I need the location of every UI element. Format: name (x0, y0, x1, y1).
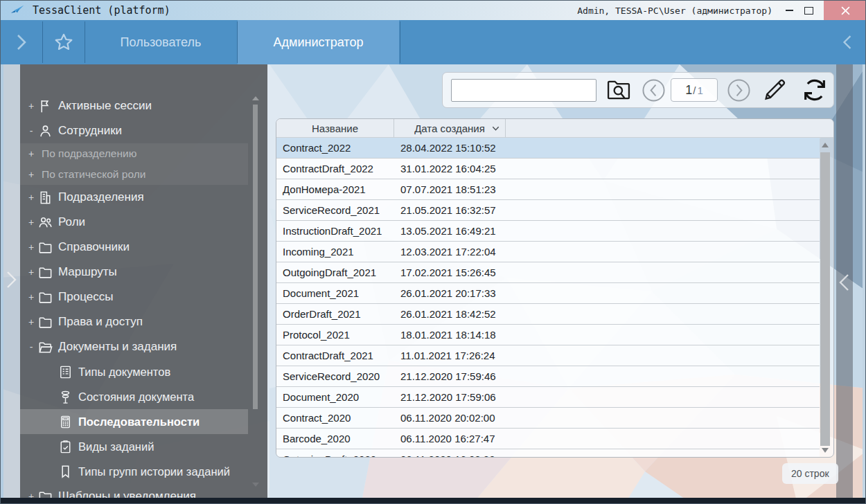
scroll-down-icon[interactable] (252, 483, 259, 487)
page-indicator[interactable]: 1 / 1 (671, 78, 718, 102)
expander-icon[interactable]: + (26, 192, 36, 202)
search-input[interactable] (451, 79, 597, 102)
folder-icon (37, 289, 53, 305)
expander-icon[interactable]: + (26, 101, 36, 111)
cell-created: 21.05.2021 16:32:57 (394, 204, 506, 216)
expander-icon[interactable]: + (26, 267, 36, 277)
flag-icon (37, 98, 53, 114)
sidebar-item[interactable]: +Права и доступ (20, 309, 248, 334)
expander-icon[interactable]: + (26, 292, 36, 302)
scrollbar-thumb[interactable] (820, 152, 830, 446)
panel-collapse-strip[interactable] (836, 64, 853, 498)
table-row[interactable]: Incoming_202112.03.2021 17:22:04 (276, 242, 820, 262)
favorites-button[interactable] (43, 20, 85, 64)
minimize-button[interactable] (779, 1, 799, 20)
table-row[interactable]: ContractDraft_202231.01.2022 16:04:25 (276, 159, 820, 179)
cell-created: 26.01.2021 18:42:52 (394, 308, 506, 320)
sidebar-item[interactable]: +По статической роли (20, 164, 248, 185)
search-in-view-button[interactable] (605, 76, 633, 104)
cell-name: Contract_2022 (276, 142, 394, 154)
expander-icon[interactable]: + (26, 492, 36, 498)
sidebar-item[interactable]: Виды заданий (20, 434, 248, 459)
table-row[interactable]: OrderDraft_202126.01.2021 18:42:52 (276, 304, 820, 325)
close-button[interactable] (824, 1, 866, 20)
table-row[interactable]: ДопНомера-202107.07.2021 18:51:23 (276, 179, 820, 200)
expander-icon[interactable]: + (26, 242, 36, 252)
folder-open-icon (37, 339, 53, 355)
table-row[interactable]: ContractDraft_202111.01.2021 17:26:24 (276, 345, 820, 366)
page-total: 1 (697, 84, 702, 96)
table-row[interactable]: Document_202126.01.2021 20:17:33 (276, 283, 820, 304)
table-row[interactable]: Protocol_202118.01.2021 18:14:18 (276, 325, 820, 345)
cell-name: ContractDraft_2022 (276, 163, 394, 174)
scrollbar-thumb[interactable] (253, 105, 258, 409)
chevron-left-circle-icon (642, 78, 666, 102)
row-count-badge: 20 строк (782, 463, 838, 484)
table-body: Contract_202228.04.2022 15:10:52Contract… (276, 138, 833, 458)
tab-administrator[interactable]: Администратор (238, 20, 399, 64)
sidebar-item[interactable]: +Маршруты (20, 260, 248, 285)
view-toolbar: 1 / 1 (442, 72, 834, 108)
scroll-up-icon[interactable] (252, 96, 259, 100)
sidebar-item-label: Состояния документа (78, 390, 194, 404)
expand-menu-button[interactable] (1, 20, 42, 64)
tab-label: Пользователь (121, 35, 202, 50)
column-header-created[interactable]: Дата создания (394, 119, 506, 137)
sidebar-item[interactable]: +Шаблоны и уведомления (20, 484, 248, 498)
table-row[interactable]: ServiceRecord_202021.12.2020 17:59:46 (276, 366, 820, 387)
table-row[interactable]: Contract_202228.04.2022 15:10:52 (276, 138, 820, 159)
sidebar-item[interactable]: +Подразделения (20, 185, 248, 210)
expander-icon[interactable]: + (26, 149, 36, 159)
sequences-table: Название Дата создания Contract_202228.0… (276, 118, 834, 458)
prev-page-button[interactable] (642, 78, 666, 102)
table-row[interactable]: OutgoingDraft_202117.02.2021 15:26:45 (276, 262, 820, 283)
sidebar-item-label: Шаблоны и уведомления (58, 489, 196, 498)
cell-created: 11.01.2021 17:26:24 (394, 350, 506, 361)
cell-name: InstructionDraft_2021 (276, 225, 394, 237)
expander-icon[interactable]: + (26, 170, 36, 179)
sidebar-collapse-strip[interactable] (3, 64, 20, 498)
table-row[interactable]: InstructionDraft_202113.05.2021 16:49:21 (276, 221, 820, 242)
next-page-button[interactable] (727, 78, 751, 102)
sidebar-item-label: Права и доступ (58, 315, 143, 329)
table-row[interactable]: Contract_202006.11.2020 20:02:00 (276, 408, 820, 429)
table-row[interactable]: OutgoingDraft_202006.11.2020 16:02:32 (276, 449, 820, 458)
sidebar-item[interactable]: +Процессы (20, 285, 248, 309)
sidebar-scrollbar[interactable] (251, 96, 260, 487)
table-row[interactable]: Barcode_202006.11.2020 16:27:47 (276, 429, 820, 449)
sidebar-item[interactable]: -Документы и задания (20, 334, 248, 359)
expander-icon[interactable]: - (26, 126, 36, 136)
sidebar-item[interactable]: +По подразделению (20, 143, 248, 164)
sidebar-item-label: Активные сессии (58, 99, 152, 113)
cell-name: OrderDraft_2021 (276, 308, 394, 320)
cell-created: 28.04.2022 15:10:52 (394, 142, 506, 154)
table-row[interactable]: Document_202021.12.2020 17:59:06 (276, 387, 820, 408)
sidebar-item-label: По статической роли (42, 168, 145, 181)
chevron-down-icon[interactable] (491, 124, 500, 133)
refresh-icon (801, 76, 829, 104)
column-header-name[interactable]: Название (276, 119, 394, 137)
sidebar-item[interactable]: Состояния документа (20, 384, 248, 409)
sidebar-item[interactable]: +Справочники (20, 235, 248, 260)
tab-user[interactable]: Пользователь (85, 20, 236, 64)
sidebar-item[interactable]: Типы документов (20, 359, 248, 384)
edit-button[interactable] (759, 75, 790, 105)
sidebar-item[interactable]: -Сотрудники (20, 118, 248, 143)
scroll-up-icon[interactable] (822, 143, 829, 147)
maximize-button[interactable] (799, 1, 818, 20)
table-row[interactable]: ServiceRecord_202121.05.2021 16:32:57 (276, 200, 820, 221)
scroll-down-icon[interactable] (822, 448, 829, 453)
cell-created: 17.02.2021 15:26:45 (394, 267, 506, 278)
table-scrollbar[interactable] (818, 138, 833, 456)
expander-icon[interactable]: + (26, 217, 36, 227)
sidebar-item[interactable]: Типы групп истории заданий (20, 459, 248, 484)
expander-icon[interactable]: - (26, 342, 36, 352)
sidebar-item[interactable]: +Активные сессии (20, 93, 248, 118)
sidebar-item[interactable]: +Роли (20, 210, 248, 235)
collapse-tabbar-button[interactable] (833, 20, 861, 64)
expander-icon[interactable]: + (26, 317, 36, 327)
bookmark-icon (58, 464, 73, 480)
sidebar-item[interactable]: Последовательности (20, 409, 248, 434)
refresh-button[interactable] (799, 75, 830, 105)
sidebar-item-label: По подразделению (42, 147, 136, 160)
